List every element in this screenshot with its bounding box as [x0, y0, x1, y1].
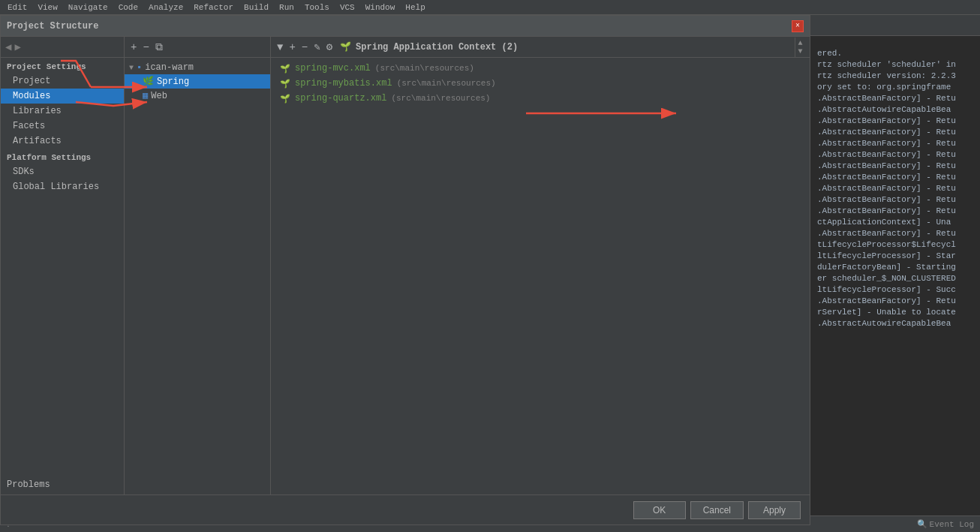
scroll-down-icon[interactable]: ▼: [798, 47, 802, 56]
add-module-button[interactable]: +: [129, 41, 138, 54]
log-line: rtz scheduler version: 2.2.3: [817, 71, 977, 82]
add-context-button[interactable]: +: [287, 41, 296, 54]
spring-mybatis-filename: spring-mybatis.xml: [295, 78, 392, 89]
spring-mvc-filename: spring-mvc.xml: [295, 63, 371, 74]
tree-item-ican-warm[interactable]: ▼ ▪ ican-warm: [125, 61, 270, 74]
context-toolbar: ▼ + − ✎ ⚙ 🌱 Spring Application Context (…: [271, 37, 810, 58]
menu-window[interactable]: Window: [361, 2, 400, 13]
menu-help[interactable]: Help: [401, 2, 429, 13]
log-line: rServlet] - Unable to locate: [817, 307, 977, 318]
log-line: .AbstractBeanFactory] - Retu: [817, 161, 977, 172]
scroll-up-icon[interactable]: ▲: [798, 39, 802, 47]
context-expand-button[interactable]: ▼: [275, 41, 284, 54]
platform-settings-section: Platform Settings: [1, 149, 124, 164]
context-item-spring-quartz[interactable]: 🌱 spring-quartz.xml (src\main\resources): [277, 91, 804, 106]
module-name-ican-warm: ican-warm: [145, 62, 194, 73]
remove-module-button[interactable]: −: [141, 41, 150, 54]
dialog-body: ◀ ▶ Project Settings Project Modules Lib…: [1, 37, 810, 494]
log-line: er scheduler_$_NON_CLUSTERED: [817, 273, 977, 284]
event-log-label: Event Log: [930, 520, 974, 529]
log-line: .AbstractBeanFactory] - Retu: [817, 127, 977, 138]
spring-quartz-filename: spring-quartz.xml: [295, 93, 386, 104]
edit-context-button[interactable]: ✎: [312, 40, 321, 54]
ide-background: Edit View Navigate Code Analyze Refactor…: [0, 0, 980, 532]
menu-edit[interactable]: Edit: [3, 2, 32, 13]
sidebar-nav: ◀ ▶: [1, 37, 124, 58]
log-line: rtz scheduler 'scheduler' in: [817, 59, 977, 71]
menu-tools[interactable]: Tools: [300, 2, 334, 13]
project-settings-section: Project Settings: [1, 58, 124, 74]
search-icon: 🔍: [917, 519, 927, 529]
nav-back-button[interactable]: ◀: [5, 41, 11, 53]
copy-module-button[interactable]: ⧉: [154, 41, 164, 54]
context-settings-button[interactable]: ⚙: [325, 40, 334, 54]
module-panel: + − ⧉ ▼ ▪ ican-warm 🌿 Spring ▦: [125, 37, 271, 494]
context-scrollbar[interactable]: ▲ ▼: [795, 38, 805, 57]
sidebar: ◀ ▶ Project Settings Project Modules Lib…: [1, 37, 125, 494]
sidebar-item-facets[interactable]: Facets: [1, 119, 124, 134]
log-line: ltLifecycleProcessor] - Star: [817, 251, 977, 262]
log-line: ory set to: org.springframe: [817, 82, 977, 93]
menu-run[interactable]: Run: [275, 2, 299, 13]
menubar: Edit View Navigate Code Analyze Refactor…: [0, 0, 980, 15]
cancel-button[interactable]: Cancel: [690, 501, 744, 519]
spring-app-icon: 🌱: [340, 41, 351, 53]
log-line: dulerFactoryBean] - Starting: [817, 262, 977, 273]
nav-forward-button[interactable]: ▶: [14, 41, 20, 53]
sidebar-item-modules[interactable]: Modules: [1, 89, 124, 104]
spring-icon: 🌿: [143, 76, 154, 87]
module-tree: ▼ ▪ ican-warm 🌿 Spring ▦ Web: [125, 58, 270, 494]
event-log-button[interactable]: 🔍 Event Log: [917, 519, 974, 529]
log-line: .AbstractAutowireCapableBea: [817, 318, 977, 329]
web-icon: ▦: [143, 90, 148, 101]
module-toolbar: + − ⧉: [125, 37, 270, 58]
spring-mybatis-path: (src\main\resources): [397, 79, 496, 88]
menu-navigate[interactable]: Navigate: [64, 2, 113, 13]
apply-button[interactable]: Apply: [748, 501, 801, 519]
menu-build[interactable]: Build: [239, 2, 273, 13]
menu-vcs[interactable]: VCS: [335, 2, 359, 13]
tree-item-spring[interactable]: 🌿 Spring: [125, 74, 270, 89]
spring-file-icon-1: 🌱: [280, 64, 290, 74]
spring-quartz-path: (src\main\resources): [391, 94, 490, 103]
context-item-spring-mvc[interactable]: 🌱 spring-mvc.xml (src\main\resources): [277, 61, 804, 76]
menu-code[interactable]: Code: [114, 2, 143, 13]
tree-item-web[interactable]: ▦ Web: [125, 89, 270, 103]
log-line: .AbstractBeanFactory] - Retu: [817, 172, 977, 183]
context-panel: ▼ + − ✎ ⚙ 🌱 Spring Application Context (…: [271, 37, 810, 494]
sidebar-item-project[interactable]: Project: [1, 74, 124, 89]
sidebar-item-problems[interactable]: Problems: [1, 475, 124, 494]
sidebar-item-libraries[interactable]: Libraries: [1, 104, 124, 119]
sidebar-item-sdks[interactable]: SDKs: [1, 164, 124, 179]
context-item-spring-mybatis[interactable]: 🌱 spring-mybatis.xml (src\main\resources…: [277, 76, 804, 91]
context-title: 🌱 Spring Application Context (2): [337, 41, 792, 53]
spring-file-icon-3: 🌱: [280, 94, 290, 104]
expand-icon: ▼: [129, 64, 134, 72]
context-title-label: Spring Application Context (2): [356, 42, 518, 53]
spring-file-icon-2: 🌱: [280, 79, 290, 89]
log-line: ered.: [817, 48, 977, 59]
log-line: .AbstractBeanFactory] - Retu: [817, 149, 977, 161]
project-structure-dialog: Project Structure × ◀ ▶ Project Settings…: [0, 15, 810, 525]
menu-refactor[interactable]: Refactor: [189, 2, 238, 13]
menu-view[interactable]: View: [33, 2, 62, 13]
log-line: .AbstractBeanFactory] - Retu: [817, 206, 977, 217]
log-line: .AbstractBeanFactory] - Retu: [817, 183, 977, 194]
dialog-title: Project Structure: [7, 21, 98, 32]
log-line: .AbstractAutowireCapableBea: [817, 104, 977, 116]
log-line: .AbstractBeanFactory] - Retu: [817, 296, 977, 307]
log-line: ltLifecycleProcessor] - Succ: [817, 284, 977, 296]
dialog-close-button[interactable]: ×: [792, 20, 804, 32]
spring-mvc-path: (src\main\resources): [375, 64, 474, 73]
log-line: ctApplicationContext] - Una: [817, 217, 977, 228]
sidebar-item-global-libraries[interactable]: Global Libraries: [1, 179, 124, 194]
ok-button[interactable]: OK: [633, 501, 686, 519]
remove-context-button[interactable]: −: [300, 41, 309, 54]
sidebar-item-artifacts[interactable]: Artifacts: [1, 134, 124, 149]
log-line: .AbstractBeanFactory] - Retu: [817, 228, 977, 239]
module-name-spring: Spring: [157, 77, 189, 87]
log-line: .AbstractBeanFactory] - Retu: [817, 116, 977, 127]
module-icon: ▪: [137, 62, 142, 73]
menu-analyze[interactable]: Analyze: [144, 2, 188, 13]
context-list: 🌱 spring-mvc.xml (src\main\resources) 🌱 …: [271, 58, 810, 494]
